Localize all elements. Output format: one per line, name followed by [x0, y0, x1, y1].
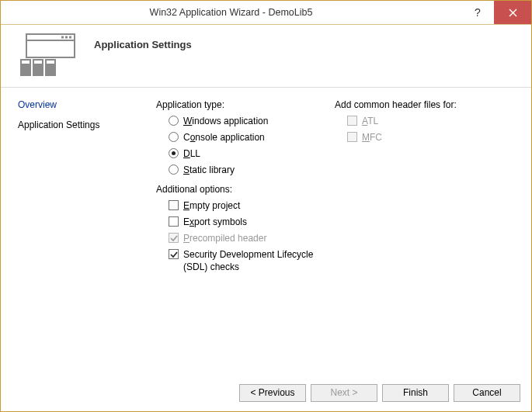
- checkbox-icon: [169, 200, 179, 210]
- check-export-symbols[interactable]: Export symbols: [169, 216, 327, 228]
- svg-rect-11: [34, 61, 42, 64]
- checkbox-icon: [347, 116, 357, 126]
- window-title: Win32 Application Wizard - DemoLib5: [1, 7, 461, 18]
- col-app-type: Application type: Windows application Co…: [156, 99, 335, 374]
- svg-rect-10: [22, 61, 30, 64]
- side-nav: Overview Application Settings: [1, 88, 156, 374]
- wizard-icon: [1, 31, 94, 78]
- svg-rect-5: [65, 36, 68, 39]
- check-label: MFC: [362, 131, 382, 144]
- radio-icon: [169, 132, 179, 142]
- content: Application type: Windows application Co…: [156, 88, 531, 374]
- additional-options: Empty project Export symbols Precompiled…: [156, 199, 327, 273]
- svg-rect-4: [61, 36, 64, 39]
- svg-rect-6: [69, 36, 71, 39]
- radio-dll[interactable]: DLL: [169, 147, 327, 160]
- nav-item-overview[interactable]: Overview: [18, 99, 156, 110]
- check-atl: ATL: [347, 115, 506, 127]
- check-label: Security Development Lifecycle (SDL) che…: [183, 248, 323, 273]
- finish-button[interactable]: Finish: [382, 384, 449, 402]
- radio-icon: [169, 116, 179, 126]
- footer: < Previous Next > Finish Cancel: [1, 374, 531, 411]
- radio-label: Windows application: [183, 115, 268, 127]
- additional-heading: Additional options:: [156, 184, 327, 195]
- radio-icon: [169, 148, 179, 158]
- close-icon: [509, 9, 517, 17]
- col-header-files: Add common header files for: ATL MFC: [335, 99, 506, 374]
- help-button[interactable]: ?: [461, 1, 494, 24]
- body: Overview Application Settings Applicatio…: [1, 88, 531, 374]
- check-empty-project[interactable]: Empty project: [169, 199, 327, 212]
- header-files-heading: Add common header files for:: [335, 99, 506, 110]
- app-type-options: Windows application Console application …: [156, 115, 327, 176]
- checkbox-icon: [169, 233, 179, 243]
- check-sdl[interactable]: Security Development Lifecycle (SDL) che…: [169, 248, 327, 273]
- check-label: ATL: [362, 115, 378, 127]
- titlebar-controls: ?: [461, 1, 531, 24]
- svg-rect-12: [47, 61, 54, 64]
- radio-icon: [169, 164, 179, 175]
- cancel-button[interactable]: Cancel: [454, 384, 520, 402]
- checkbox-icon: [169, 216, 179, 227]
- radio-console-application[interactable]: Console application: [169, 131, 327, 144]
- app-type-heading: Application type:: [156, 99, 327, 110]
- check-mfc: MFC: [347, 131, 506, 144]
- check-precompiled-header: Precompiled header: [169, 232, 327, 244]
- check-label: Export symbols: [183, 216, 247, 228]
- next-button: Next >: [311, 384, 377, 402]
- radio-label: Console application: [183, 131, 265, 144]
- previous-button[interactable]: < Previous: [239, 384, 306, 402]
- nav-item-application-settings[interactable]: Application Settings: [18, 119, 156, 130]
- radio-label: DLL: [183, 147, 200, 160]
- titlebar: Win32 Application Wizard - DemoLib5 ?: [1, 1, 531, 25]
- check-label: Empty project: [183, 199, 240, 212]
- radio-windows-application[interactable]: Windows application: [169, 115, 327, 127]
- check-label: Precompiled header: [183, 232, 266, 244]
- wizard-window: Win32 Application Wizard - DemoLib5 ?: [0, 0, 532, 412]
- banner-heading: Application Settings: [94, 31, 192, 50]
- radio-label: Static library: [183, 164, 235, 176]
- close-button[interactable]: [494, 1, 531, 24]
- checkbox-icon: [347, 132, 357, 142]
- banner: Application Settings: [1, 25, 531, 88]
- radio-static-library[interactable]: Static library: [169, 164, 327, 176]
- header-files-options: ATL MFC: [335, 115, 506, 144]
- checkbox-icon: [169, 249, 179, 259]
